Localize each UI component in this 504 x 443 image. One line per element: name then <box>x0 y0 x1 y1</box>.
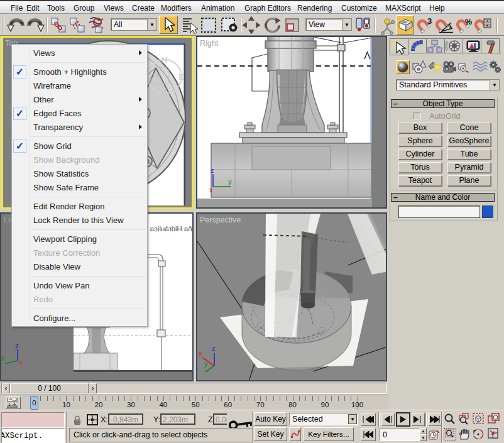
svg-text:%: % <box>465 18 472 26</box>
svg-text:z: z <box>211 167 214 174</box>
svg-text:x: x <box>19 358 23 366</box>
svg-text:E: E <box>178 72 184 82</box>
svg-text:y: y <box>228 178 232 185</box>
svg-text:z: z <box>15 342 19 349</box>
svg-text:y: y <box>204 360 208 368</box>
svg-text:15: 15 <box>156 73 162 79</box>
svg-text:S: S <box>162 89 167 99</box>
svg-text:z: z <box>212 344 216 352</box>
svg-text:x: x <box>199 349 202 357</box>
svg-text:3: 3 <box>427 16 432 26</box>
svg-text:N: N <box>162 55 167 65</box>
svg-text:y: y <box>1 353 5 361</box>
svg-text:x: x <box>209 186 213 194</box>
